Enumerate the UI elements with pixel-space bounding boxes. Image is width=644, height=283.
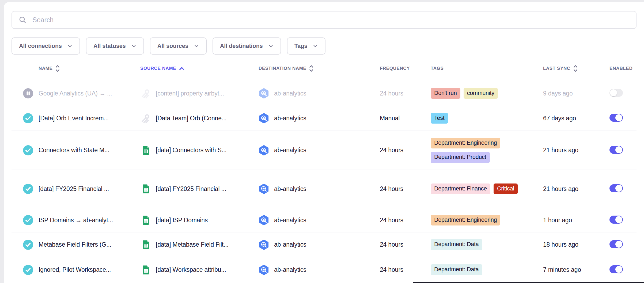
- source-name[interactable]: [data] Workspace attribu...: [156, 266, 226, 273]
- last-sync-value: 21 hours ago: [543, 185, 578, 192]
- frequency-value: 24 hours: [380, 266, 403, 273]
- sort-icon[interactable]: [55, 64, 60, 72]
- table-row[interactable]: ISP Domains → ab-analyt... [data] ISP Do…: [12, 208, 637, 232]
- bigquery-icon: [259, 265, 269, 275]
- google-sheets-icon: [140, 239, 151, 250]
- connection-name[interactable]: Connectors with State M...: [39, 147, 109, 154]
- enabled-toggle[interactable]: [609, 146, 623, 154]
- tag-badge[interactable]: Department: Finance: [431, 183, 490, 194]
- destination-name[interactable]: ab-analytics: [274, 115, 306, 122]
- tag-badge[interactable]: Department: Data: [431, 264, 482, 275]
- connection-name[interactable]: [data] FY2025 Financial ...: [39, 185, 109, 192]
- destination-name[interactable]: ab-analytics: [274, 241, 306, 248]
- sort-icon[interactable]: [573, 64, 578, 72]
- active-status-icon: [23, 265, 33, 275]
- enabled-toggle[interactable]: [609, 184, 623, 192]
- table-row[interactable]: Connectors with State M... [data] Connec…: [12, 131, 637, 170]
- filter-tags[interactable]: Tags: [287, 37, 326, 55]
- chevron-down-icon: [194, 43, 199, 49]
- connection-name[interactable]: Ignored, Pilot Workspace...: [39, 266, 111, 273]
- table-row[interactable]: [Data] Orb Event Increm... [Data Team] O…: [12, 106, 637, 131]
- filter-all-sources[interactable]: All sources: [150, 37, 207, 55]
- bottom-edge-line: [413, 282, 644, 283]
- table-row[interactable]: [data] FY2025 Financial ... [data] FY202…: [12, 170, 637, 208]
- chevron-down-icon: [67, 43, 73, 49]
- destination-name[interactable]: ab-analytics: [274, 266, 306, 273]
- destination-name[interactable]: ab-analytics: [274, 217, 306, 224]
- table-row[interactable]: Ignored, Pilot Workspace... [data] Works…: [12, 257, 637, 282]
- source-name[interactable]: [data] FY2025 Financial ...: [156, 185, 226, 193]
- bigquery-icon: [259, 239, 269, 250]
- connection-name[interactable]: Google Analytics (UA) → ...: [39, 90, 112, 97]
- tag-badge[interactable]: Department: Engineering: [431, 215, 500, 226]
- destination-name[interactable]: ab-analytics: [274, 90, 306, 97]
- filter-all-connections[interactable]: All connections: [12, 37, 80, 55]
- last-sync-value: 67 days ago: [543, 115, 576, 122]
- tag-badge[interactable]: Department: Data: [431, 239, 482, 250]
- header-last-sync[interactable]: LAST SYNC: [543, 64, 609, 72]
- table-row[interactable]: Metabase Field Filters (G... [data] Meta…: [12, 232, 637, 257]
- source-name[interactable]: [data] ISP Domains: [156, 217, 208, 224]
- header-tags: TAGS: [431, 66, 543, 71]
- filter-label: All statuses: [93, 43, 126, 49]
- last-sync-value: 7 minutes ago: [543, 266, 581, 273]
- destination-name[interactable]: ab-analytics: [274, 147, 306, 154]
- bigquery-icon: [259, 183, 269, 194]
- header-frequency: FREQUENCY: [380, 66, 431, 71]
- filter-all-statuses[interactable]: All statuses: [86, 37, 144, 55]
- filter-label: All sources: [157, 43, 188, 49]
- google-sheets-icon: [140, 215, 151, 225]
- tag-badge[interactable]: Department: Engineering: [431, 138, 500, 149]
- tag-badge[interactable]: Critical: [494, 183, 518, 194]
- chevron-down-icon: [313, 43, 318, 49]
- source-name[interactable]: [Data Team] Orb (Conne...: [156, 115, 226, 122]
- last-sync-value: 9 days ago: [543, 90, 573, 97]
- tag-badge[interactable]: community: [464, 88, 498, 99]
- header-name[interactable]: NAME: [39, 64, 140, 72]
- enabled-toggle[interactable]: [609, 265, 623, 273]
- connection-name[interactable]: ISP Domains → ab-analyt...: [39, 217, 113, 224]
- frequency-value: 24 hours: [380, 147, 403, 154]
- filter-bar: All connections All statuses All sources…: [12, 37, 637, 55]
- tag-badge[interactable]: Department: Product: [431, 152, 490, 163]
- tag-badge[interactable]: Don't run: [431, 88, 460, 99]
- tag-badge[interactable]: Test: [431, 113, 448, 124]
- enabled-toggle[interactable]: [609, 114, 623, 122]
- filter-label: All destinations: [220, 43, 263, 49]
- destination-name[interactable]: ab-analytics: [274, 185, 306, 193]
- chevron-down-icon: [131, 43, 137, 49]
- last-sync-value: 1 hour ago: [543, 217, 572, 224]
- connection-name[interactable]: [Data] Orb Event Increm...: [39, 115, 109, 122]
- active-status-icon: [23, 215, 33, 225]
- frequency-value: 24 hours: [380, 241, 403, 248]
- table-header: NAME SOURCE NAME DESTINATION NAME FREQUE…: [12, 55, 637, 81]
- enabled-toggle[interactable]: [609, 216, 623, 224]
- sort-icon[interactable]: [309, 64, 314, 72]
- source-name[interactable]: [data] Metabase Field Filt...: [156, 241, 229, 248]
- filter-label: Tags: [294, 43, 308, 49]
- sort-ascending-icon[interactable]: [179, 66, 185, 71]
- google-sheets-icon: [140, 145, 151, 156]
- last-sync-value: 21 hours ago: [543, 147, 578, 154]
- search-input[interactable]: [32, 16, 630, 24]
- enabled-toggle[interactable]: [609, 89, 623, 97]
- active-status-icon: [23, 184, 33, 194]
- table-row[interactable]: Google Analytics (UA) → ... [content] pr…: [12, 81, 637, 106]
- google-sheets-icon: [140, 265, 151, 275]
- header-destination-name[interactable]: DESTINATION NAME: [259, 64, 380, 72]
- frequency-value: Manual: [380, 115, 400, 122]
- frequency-value: 24 hours: [380, 90, 403, 97]
- google-sheets-icon: [140, 183, 151, 194]
- header-source-name[interactable]: SOURCE NAME: [140, 66, 259, 71]
- source-name[interactable]: [data] Connectors with S...: [156, 147, 226, 154]
- source-name[interactable]: [content] property airbyt...: [156, 90, 224, 97]
- search-bar[interactable]: [12, 11, 637, 29]
- active-status-icon: [23, 240, 33, 250]
- filter-all-destinations[interactable]: All destinations: [213, 37, 281, 55]
- header-enabled: ENABLED: [609, 66, 637, 71]
- paused-status-icon: [23, 88, 33, 98]
- connection-name[interactable]: Metabase Field Filters (G...: [39, 241, 111, 248]
- frequency-value: 24 hours: [380, 217, 403, 224]
- enabled-toggle[interactable]: [609, 240, 623, 248]
- last-sync-value: 18 hours ago: [543, 241, 578, 248]
